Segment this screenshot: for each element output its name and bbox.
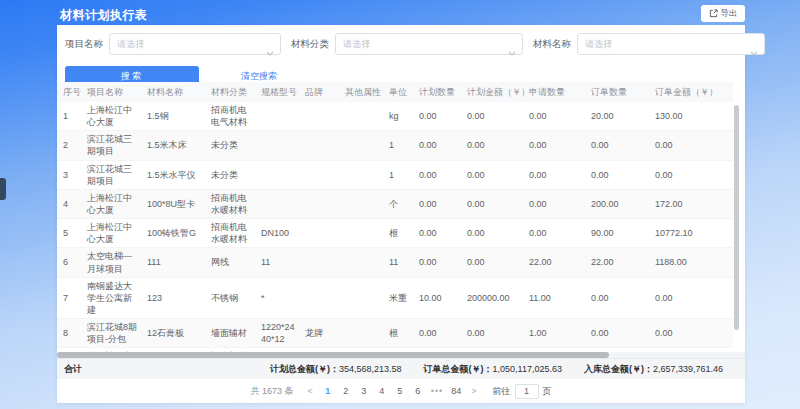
table-cell: 100*8U型卡 [143,189,207,218]
table-cell: 11 [385,248,415,277]
table-cell: 个 [385,189,415,218]
table-cell: 7 [57,277,83,318]
summary-total: 订单总金额(￥)：1,050,117,025.63 [424,363,562,376]
table-cell: 4 [57,189,83,218]
pagination-page-6[interactable]: 6 [411,384,425,398]
summary-total: 入库总金额(￥)：2,657,339,761.46 [584,363,723,376]
goto-label: 前往 [493,385,511,398]
table-cell: 22.00 [587,248,651,277]
table-cell: 0.00 [525,219,587,248]
category-filter-label: 材料分类 [291,38,329,51]
table-cell: 0.00 [587,131,651,160]
table-cell: 0.00 [463,131,525,160]
table-cell: 滨江花城8期项目-分包 [83,319,143,348]
pagination-page-3[interactable]: 3 [357,384,371,398]
table-cell: 2 [57,131,83,160]
column-header: 规格型号 [257,82,301,102]
table-cell: 8 [57,319,83,348]
table-cell: 0.00 [463,189,525,218]
table-cell [341,160,385,189]
vertical-scrollbar[interactable] [734,105,739,330]
table-cell [301,160,341,189]
table-row[interactable]: 4上海松江中心大厦100*8U型卡招商机电 水暖材料个0.000.000.002… [57,189,733,218]
chevron-down-icon [750,42,758,60]
category-select[interactable]: 请选择 [335,33,523,55]
table-cell: 0.00 [587,160,651,189]
table-cell [257,160,301,189]
column-header: 序号 [57,82,83,102]
table-cell: 1.5钢 [143,102,207,131]
table-row[interactable]: 7南铜盛达大学生公寓新建123不锈钢*米重10.00200000.0011.00… [57,277,733,318]
project-select[interactable]: 请选择 [109,33,281,55]
table-cell: 太空电梯—月球项目 [83,248,143,277]
page-title: 材料计划执行表 [60,7,148,24]
table-cell: 1 [385,131,415,160]
table-cell [257,189,301,218]
table-cell: 龙牌 [301,319,341,348]
goto-page-input[interactable] [515,384,539,399]
column-header: 项目名称 [83,82,143,102]
table-row[interactable]: 3滨江花城三期项目1.5米水平仪未分类10.000.000.000.000.00 [57,160,733,189]
table-cell [301,277,341,318]
export-button[interactable]: 导出 [701,5,745,22]
pagination-prev-button[interactable]: < [304,386,317,396]
table-cell [257,131,301,160]
table-cell: 0.00 [415,102,463,131]
table-cell [257,102,301,131]
pagination-next-button[interactable]: > [467,386,480,396]
table-cell: 0.00 [415,248,463,277]
data-table: 序号项目名称材料名称材料分类规格型号品牌其他属性单位计划数量计划金额（￥）申请数… [57,82,745,378]
table-cell: 100铸铁管G [143,219,207,248]
category-filter-group: 材料分类 请选择 [291,33,523,55]
pagination-page-5[interactable]: 5 [393,384,407,398]
export-icon [709,9,718,18]
table-row[interactable]: 2滨江花城三期项目1.5米木床未分类10.000.000.000.000.00 [57,131,733,160]
table-cell: 130.00 [651,102,733,131]
table-cell: 上海松江中心大厦 [83,189,143,218]
table-cell: 1.5米木床 [143,131,207,160]
category-select-placeholder: 请选择 [343,38,370,51]
table-cell: 根 [385,319,415,348]
table-cell: 0.00 [463,319,525,348]
table-cell [341,189,385,218]
pagination-page-84[interactable]: 84 [449,384,463,398]
table-row[interactable]: 6太空电梯—月球项目111网线11110.000.0022.0022.00118… [57,248,733,277]
table-header-row: 序号项目名称材料名称材料分类规格型号品牌其他属性单位计划数量计划金额（￥）申请数… [57,82,733,102]
table-cell: * [257,277,301,318]
table-cell: 网线 [207,248,257,277]
goto-suffix: 页 [543,385,552,398]
pagination-page-2[interactable]: 2 [339,384,353,398]
column-header: 材料分类 [207,82,257,102]
pagination-page-1[interactable]: 1 [321,384,335,398]
pagination: 共 1673 条 < 123456•••84 > 前往 页 [57,382,745,400]
table-cell: 0.00 [651,277,733,318]
column-header: 单位 [385,82,415,102]
project-filter-label: 项目名称 [65,38,103,51]
table-row[interactable]: 1上海松江中心大厦1.5钢招商机电 电气材料kg0.000.000.0020.0… [57,102,733,131]
table-cell: 10772.10 [651,219,733,248]
table-cell: 90.00 [587,219,651,248]
table-cell [341,248,385,277]
table-cell: 0.00 [651,160,733,189]
table-cell: 172.00 [651,189,733,218]
table-cell: 滨江花城三期项目 [83,160,143,189]
table-cell: 0.00 [463,248,525,277]
table-row[interactable]: 8滨江花城8期项目-分包12石膏板墙面辅材1220*2440*12龙牌根0.00… [57,319,733,348]
table-row[interactable]: 5上海松江中心大厦100铸铁管G招商机电 水暖材料DN100根0.000.000… [57,219,733,248]
table-cell: 0.00 [525,131,587,160]
table-cell: 招商机电 水暖材料 [207,189,257,218]
column-header: 材料名称 [143,82,207,102]
summary-row: 合计 计划总金额(￥)：354,568,213.58订单总金额(￥)：1,050… [57,358,745,379]
material-filter-label: 材料名称 [533,38,571,51]
pagination-page-4[interactable]: 4 [375,384,389,398]
project-select-placeholder: 请选择 [117,38,144,51]
drawer-handle[interactable] [0,178,6,200]
table-cell: 3 [57,160,83,189]
table-cell: 0.00 [415,219,463,248]
material-select[interactable]: 请选择 [577,33,765,55]
table-body: 1上海松江中心大厦1.5钢招商机电 电气材料kg0.000.000.0020.0… [57,102,733,377]
table-cell: 0.00 [651,131,733,160]
table-cell: 未分类 [207,160,257,189]
table-cell: 上海松江中心大厦 [83,219,143,248]
table-cell [301,248,341,277]
